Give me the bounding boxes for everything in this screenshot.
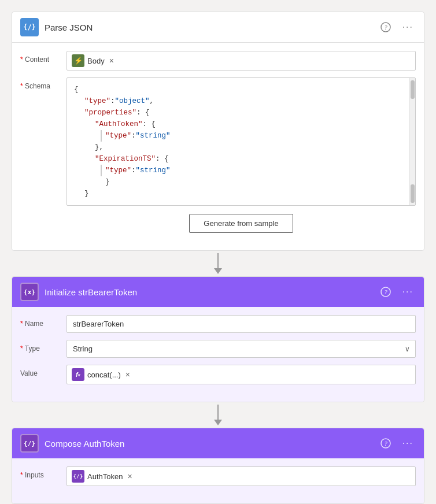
svg-text:?: ? [384, 440, 387, 447]
inputs-value: {/} AuthToken × [66, 466, 416, 486]
name-input[interactable] [66, 315, 416, 333]
compose-help-button[interactable]: ? [378, 437, 393, 450]
arrow-connector-1 [12, 251, 424, 276]
parse-json-card: {/} Parse JSON ? ··· * Content [12, 12, 424, 251]
init-variable-header: {x} Initialize strBearerToken ? ··· [12, 277, 424, 307]
scrollbar-thumb-top [411, 80, 415, 99]
compose-icon: {/} [20, 434, 39, 453]
compose-more-button[interactable]: ··· [400, 437, 416, 450]
compose-card: {/} Compose AuthToken ? ··· * Inputs [12, 428, 424, 504]
body-token-icon: ⚡ [72, 54, 84, 67]
arrow-connector-2 [12, 402, 424, 428]
fx-token-icon: fx [72, 368, 84, 381]
arrow-down-2 [214, 405, 222, 425]
content-token-box[interactable]: ⚡ Body × [66, 51, 416, 71]
init-variable-icon: {x} [20, 283, 39, 301]
content-field-row: * Content ⚡ Body × [20, 51, 416, 71]
authtoken-token-label: AuthToken [87, 472, 123, 481]
init-variable-title: Initialize strBearerToken [45, 287, 378, 297]
type-field-row: * Type String Integer Boolean Float Arra… [20, 340, 416, 358]
schema-field-row: * Schema { "type": "object", "properties… [20, 77, 416, 233]
value-field-row: Value fx concat(...) × [20, 365, 416, 384]
inputs-field-row: * Inputs {/} AuthToken × [20, 466, 416, 486]
init-variable-help-button[interactable]: ? [378, 286, 393, 298]
arrow-head-1 [214, 268, 222, 274]
concat-token: fx concat(...) [72, 368, 121, 381]
parse-json-header: {/} Parse JSON ? ··· [12, 12, 424, 43]
name-field-row: * Name [20, 315, 416, 333]
concat-token-close[interactable]: × [124, 370, 131, 379]
body-token-label: Body [87, 57, 105, 65]
name-label: * Name [20, 315, 66, 328]
parse-json-actions: ? ··· [378, 21, 416, 34]
schema-label: * Schema [20, 77, 66, 90]
type-value: String Integer Boolean Float Array Objec… [66, 340, 416, 358]
inputs-token-box[interactable]: {/} AuthToken × [66, 466, 416, 486]
parse-json-help-button[interactable]: ? [378, 21, 393, 34]
parse-json-icon: {/} [20, 18, 39, 36]
compose-actions: ? ··· [378, 437, 416, 450]
parse-json-body: * Content ⚡ Body × * Schema [12, 43, 424, 250]
arrow-head-2 [214, 420, 222, 425]
arrow-down-1 [214, 253, 222, 274]
value-value: fx concat(...) × [66, 365, 416, 384]
body-token: ⚡ Body [72, 54, 105, 67]
schema-content: { "type": "object", "properties": { "Aut… [67, 78, 415, 205]
value-token-box[interactable]: fx concat(...) × [66, 365, 416, 384]
authtoken-token-icon: {/} [72, 470, 84, 483]
compose-header: {/} Compose AuthToken ? ··· [12, 428, 424, 458]
concat-token-label: concat(...) [87, 370, 121, 379]
name-value[interactable] [66, 315, 416, 333]
compose-body: * Inputs {/} AuthToken × [12, 458, 424, 503]
schema-editor[interactable]: { "type": "object", "properties": { "Aut… [66, 77, 416, 206]
body-token-close[interactable]: × [108, 57, 115, 65]
type-label: * Type [20, 340, 66, 353]
value-label: Value [20, 365, 66, 377]
content-label: * Content [20, 51, 66, 64]
init-variable-actions: ? ··· [378, 286, 416, 298]
schema-value: { "type": "object", "properties": { "Aut… [66, 77, 416, 233]
parse-json-title: Parse JSON [45, 23, 378, 32]
arrow-line-1 [217, 253, 219, 268]
scrollbar-thumb-bottom [411, 184, 415, 203]
init-variable-body: * Name * Type String Integer Boolean Flo… [12, 307, 424, 402]
authtoken-token-close[interactable]: × [126, 472, 133, 480]
schema-scrollbar [409, 78, 415, 205]
svg-text:?: ? [384, 288, 387, 295]
init-variable-card: {x} Initialize strBearerToken ? ··· * Na… [12, 276, 424, 402]
type-select[interactable]: String Integer Boolean Float Array Objec… [66, 340, 416, 358]
compose-title: Compose AuthToken [45, 439, 378, 449]
arrow-line-2 [217, 405, 219, 420]
svg-text:?: ? [384, 24, 387, 31]
authtoken-token: {/} AuthToken [72, 470, 123, 483]
type-select-wrapper: String Integer Boolean Float Array Objec… [66, 340, 416, 358]
generate-from-sample-button[interactable]: Generate from sample [189, 214, 293, 233]
content-value: ⚡ Body × [66, 51, 416, 71]
inputs-label: * Inputs [20, 466, 66, 479]
init-variable-more-button[interactable]: ··· [400, 286, 416, 298]
parse-json-more-button[interactable]: ··· [400, 21, 416, 34]
